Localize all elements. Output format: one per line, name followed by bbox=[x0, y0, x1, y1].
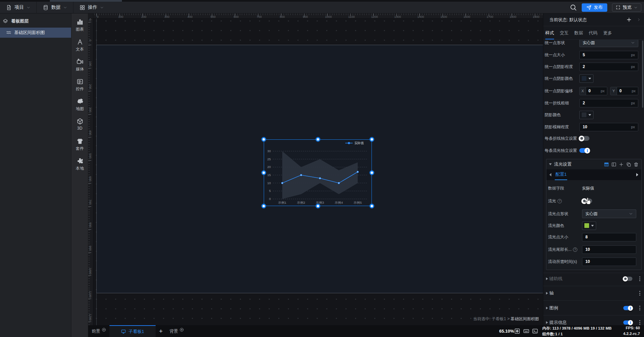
section-toggle[interactable] bbox=[623, 306, 633, 310]
h-ruler-label: 600 bbox=[233, 15, 238, 19]
row-4-x-value: 0 bbox=[586, 89, 601, 93]
settings-tab-交互[interactable]: 交互 bbox=[560, 30, 569, 36]
publish-button[interactable]: 发布 bbox=[582, 3, 607, 12]
row-6-color-picker[interactable] bbox=[579, 111, 593, 119]
toolbar-item-本地[interactable]: 本地 bbox=[71, 158, 88, 171]
section-menu-icon[interactable] bbox=[639, 291, 640, 296]
glow-4-input[interactable]: 8 bbox=[582, 233, 636, 241]
menu-item-1[interactable]: 数据 bbox=[37, 2, 73, 13]
section-menu-icon[interactable] bbox=[639, 320, 640, 325]
settings-tab-代码[interactable]: 代码 bbox=[589, 30, 598, 36]
glow-5-input[interactable]: 10 bbox=[582, 245, 636, 254]
toggle-knob bbox=[581, 198, 587, 204]
plus-icon[interactable] bbox=[619, 162, 624, 167]
row-9-toggle[interactable] bbox=[579, 148, 589, 153]
zoom-level[interactable]: 65.10% bbox=[499, 325, 514, 337]
trash-icon[interactable] bbox=[634, 162, 639, 167]
toolbar-item-图表[interactable]: 图表 bbox=[71, 19, 88, 32]
add-tab-button[interactable]: + bbox=[159, 325, 163, 337]
keyboard-shortcuts-icon[interactable] bbox=[523, 328, 529, 334]
resize-handle[interactable] bbox=[316, 137, 320, 142]
section-label[interactable]: 辅助线 bbox=[549, 276, 562, 282]
state-next-icon[interactable] bbox=[637, 18, 641, 22]
resize-handle[interactable] bbox=[316, 204, 320, 208]
settings-tab-数据[interactable]: 数据 bbox=[574, 30, 583, 36]
add-background-icon[interactable] bbox=[180, 328, 184, 332]
glow-1-toggle[interactable] bbox=[582, 199, 592, 203]
row-5-input[interactable]: 2px bbox=[579, 99, 638, 107]
svg-text:20: 20 bbox=[267, 165, 271, 169]
glow-2-dropdown[interactable]: 实心圆 bbox=[582, 209, 636, 218]
section-label[interactable]: 图例 bbox=[549, 305, 558, 311]
toolbar-item-控件[interactable]: 控件 bbox=[71, 78, 88, 92]
section-toggle[interactable] bbox=[623, 321, 633, 325]
range-area-chart[interactable]: 051015202530示例1示例2示例3示例4示例5实际值 bbox=[264, 139, 372, 206]
toolbar-item-地图[interactable]: 地图 bbox=[71, 98, 88, 112]
h-ruler-label: 1400 bbox=[417, 15, 424, 19]
v-ruler-label: 300 bbox=[89, 105, 92, 115]
toolbar-item-媒体[interactable]: 媒体 bbox=[71, 58, 88, 72]
glow-6-input[interactable]: 10 bbox=[582, 258, 636, 266]
preview-button[interactable]: 预览 bbox=[612, 3, 641, 12]
toolbar-item-文本[interactable]: 文本 bbox=[71, 38, 88, 52]
section-menu-icon[interactable] bbox=[639, 306, 640, 310]
layer-item-label: 基础区间面积图 bbox=[14, 30, 45, 36]
glow-3-color-picker[interactable] bbox=[582, 222, 596, 230]
resize-handle[interactable] bbox=[370, 204, 374, 208]
help-icon[interactable]: ? bbox=[557, 199, 562, 203]
resize-handle[interactable] bbox=[370, 171, 374, 175]
row-2-input[interactable]: 2px bbox=[579, 63, 638, 71]
range-area-chart-widget[interactable]: 051015202530示例1示例2示例3示例4示例5实际值 bbox=[264, 139, 372, 206]
resize-handle[interactable] bbox=[262, 204, 266, 208]
glow-group-title: 流光设置 bbox=[554, 161, 572, 167]
toolbar-item-3D[interactable]: 3D bbox=[71, 118, 88, 131]
settings-tab-样式[interactable]: 样式 bbox=[545, 30, 554, 36]
section-label[interactable]: 轴 bbox=[549, 290, 554, 296]
settings-tab-更多[interactable]: 更多 bbox=[603, 30, 612, 36]
row-1-input[interactable]: 5px bbox=[579, 51, 638, 59]
h-ruler-label: 1300 bbox=[394, 15, 401, 19]
section-toggle[interactable] bbox=[623, 277, 633, 281]
fit-view-icon[interactable] bbox=[514, 328, 520, 334]
toggle-knob bbox=[584, 148, 590, 154]
menu-item-2[interactable]: 操作 bbox=[73, 2, 110, 13]
section-label[interactable]: 提示信息 bbox=[549, 319, 567, 325]
layer-item-range-area-chart[interactable]: 基础区间面积图 bbox=[0, 28, 71, 38]
expand-caret-icon[interactable] bbox=[546, 321, 548, 324]
menu-item-label: 操作 bbox=[88, 4, 97, 10]
svg-text:10: 10 bbox=[267, 181, 271, 185]
prev-config-icon[interactable] bbox=[549, 173, 551, 176]
v-ruler-label: 1100 bbox=[89, 289, 92, 299]
add-state-icon[interactable] bbox=[626, 17, 632, 23]
row-8-toggle[interactable] bbox=[579, 136, 589, 141]
row-7-input[interactable]: 10px bbox=[579, 123, 638, 131]
menu-item-0[interactable]: 项目 bbox=[0, 2, 36, 13]
help-icon[interactable]: ? bbox=[573, 247, 577, 252]
row-3-color-picker[interactable] bbox=[579, 74, 593, 83]
toolbar-item-套件[interactable]: 套件 bbox=[71, 138, 88, 151]
next-config-icon[interactable] bbox=[636, 173, 638, 176]
row-4-x-input[interactable]: X0px bbox=[579, 87, 607, 95]
layout-icon[interactable] bbox=[611, 162, 616, 167]
panel-scrollbar[interactable] bbox=[642, 40, 643, 108]
collapse-caret-icon[interactable] bbox=[549, 163, 552, 165]
background-tab[interactable]: 背景 bbox=[169, 325, 184, 337]
subboard-tab[interactable]: 子看板1 bbox=[109, 325, 156, 337]
resize-handle[interactable] bbox=[370, 137, 374, 142]
glow-config-tab[interactable]: 配置1 bbox=[555, 169, 567, 180]
chevron-down-icon bbox=[27, 6, 30, 9]
foreground-tab[interactable]: 前景 bbox=[92, 325, 106, 337]
resize-handle[interactable] bbox=[262, 137, 266, 142]
search-icon[interactable] bbox=[570, 4, 577, 11]
add-foreground-icon[interactable] bbox=[102, 328, 106, 332]
row-4-y-input[interactable]: Y0px bbox=[610, 87, 638, 95]
expand-caret-icon[interactable] bbox=[546, 292, 548, 295]
breadcrumb-current[interactable]: 基础区间面积图 bbox=[511, 316, 539, 321]
expand-caret-icon[interactable] bbox=[546, 277, 548, 280]
copy-icon[interactable] bbox=[626, 162, 631, 167]
console-icon[interactable] bbox=[532, 328, 538, 334]
table-icon[interactable] bbox=[604, 162, 609, 167]
section-menu-icon[interactable] bbox=[639, 276, 640, 281]
resize-handle[interactable] bbox=[262, 171, 266, 175]
expand-caret-icon[interactable] bbox=[546, 307, 548, 309]
